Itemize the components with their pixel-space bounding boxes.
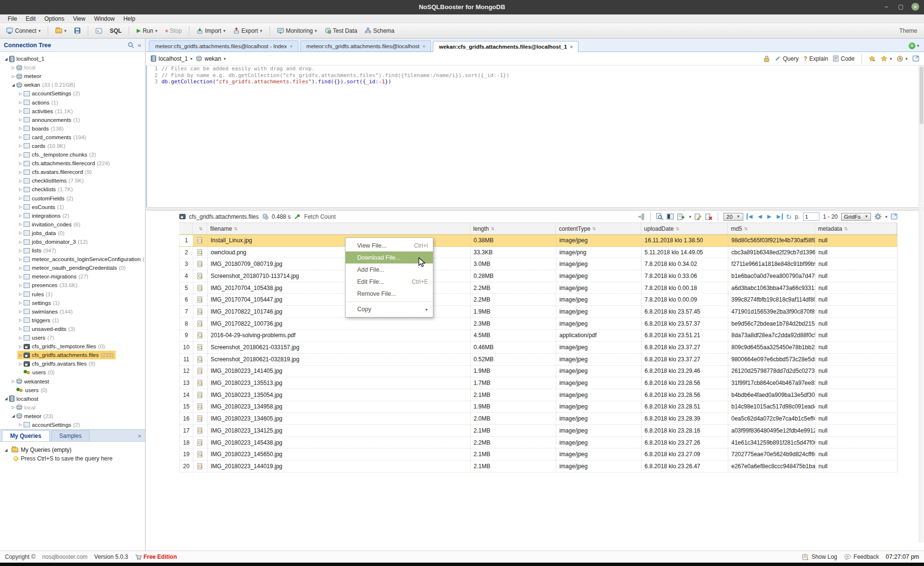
context-menu-item[interactable]: Edit File... Ctrl+E [346, 276, 433, 288]
delete-document-icon[interactable] [705, 213, 712, 220]
sort-icon[interactable]: ⇅ [592, 226, 596, 231]
table-row[interactable]: 8 IMG_20170822_100736.jpg 2.3MB image/jp… [179, 318, 897, 330]
document-tab[interactable]: meteor:cfs_gridfs.attachments.files@loca… [300, 40, 431, 52]
sort-icon[interactable]: ⇅ [199, 226, 203, 231]
menu-item[interactable]: Edit [22, 15, 40, 23]
open-button[interactable]: ▾ [53, 27, 69, 35]
header-uploadDate[interactable]: uploadDate⇅ [641, 223, 728, 234]
preview-cell[interactable] [193, 461, 208, 472]
tree-item[interactable]: ▷ jobs_data (0) [0, 229, 145, 237]
table-row[interactable]: 4 Screenshot_20180710-113714.jpg 0.28MB … [179, 270, 897, 282]
tree-item[interactable]: ▷ rules (1) [0, 290, 145, 299]
tree-item[interactable]: ▷ accountSettings (2) [0, 89, 145, 98]
tree-expander-icon[interactable]: ▷ [17, 318, 24, 322]
preview-cell[interactable] [193, 342, 208, 353]
table-row[interactable]: 12 IMG_20180223_141405.jpg 1.9MB image/j… [179, 366, 897, 378]
tab-my-queries[interactable]: My Queries [2, 430, 50, 441]
new-tab-button[interactable]: + ▾ [909, 42, 919, 49]
header-preview[interactable]: ⇅ [193, 223, 207, 234]
tree-item[interactable]: ▷ meteor-migrations (27) [0, 272, 145, 281]
tree-expander-icon[interactable]: ▷ [17, 118, 24, 122]
close-tab-icon[interactable]: × [422, 43, 425, 49]
tree-item[interactable]: ▷ settings (1) [0, 299, 145, 307]
first-page-button[interactable]: ◀ [747, 213, 753, 220]
tree-item[interactable]: ▷ cards (10.8K) [0, 142, 145, 150]
table-row[interactable]: 18 IMG_20180223_145438.jpg 2.2MB image/j… [179, 437, 897, 449]
tree-expander-icon[interactable]: ▷ [17, 205, 24, 209]
tree-expander-icon[interactable]: ▷ [10, 405, 16, 409]
table-row[interactable]: 19 IMG_20180223_145650.jpg 2.1MB image/j… [179, 448, 897, 461]
table-row[interactable]: 6 IMG_20170704_105447.jpg 2.2MB image/jp… [179, 294, 897, 306]
menu-item[interactable]: View [69, 15, 89, 23]
editor-results-splitter[interactable] [146, 207, 924, 211]
sort-icon[interactable]: ⇅ [744, 226, 748, 231]
tree-item[interactable]: ▷ integrations (2) [0, 211, 145, 220]
header-filename[interactable]: filename⇅ [207, 223, 470, 234]
favorites-button[interactable]: ▾ [881, 55, 892, 62]
breadcrumb-connection[interactable]: localhost_1 ▾ [151, 55, 192, 62]
scrollbar-thumb[interactable] [920, 66, 924, 124]
monitoring-button[interactable]: Monitoring▾ [275, 26, 320, 36]
tree-expander-icon[interactable]: ▷ [17, 153, 24, 157]
code-button[interactable]: Code [833, 55, 855, 62]
tree-expander-icon[interactable]: ▷ [17, 292, 24, 296]
close-icon[interactable]: ✕ [911, 3, 919, 11]
theme-button[interactable]: Theme [899, 27, 920, 34]
table-row[interactable]: 10 Screenshot_20180621-033157.jpg 0.46MB… [179, 342, 897, 354]
tree-expander-icon[interactable]: ▷ [17, 353, 24, 357]
lock-icon[interactable] [763, 55, 770, 62]
find-in-results-icon[interactable] [656, 213, 663, 220]
tree-expander-icon[interactable]: ▷ [17, 213, 24, 218]
tree-expander-icon[interactable]: ▷ [17, 126, 24, 131]
preview-cell[interactable] [193, 270, 208, 282]
tree-item[interactable]: ▷ accountSettings (2) [0, 421, 145, 429]
preview-cell[interactable] [193, 282, 208, 294]
tree-item[interactable]: ▷ meteor_accounts_loginServiceConfigurat… [0, 255, 145, 263]
tree-item[interactable]: users (0) [0, 386, 145, 395]
tree-expander-icon[interactable]: ▷ [17, 135, 24, 139]
menu-item[interactable]: Window [90, 15, 119, 23]
stop-button[interactable]: ■Stop [162, 26, 184, 36]
test-data-button[interactable]: Test Data [322, 26, 360, 36]
table-row[interactable]: 9 2016-04-29-solving-problems.pdf 4.5MB … [179, 330, 897, 342]
export-button[interactable]: Export▾ [231, 26, 265, 36]
tree-item[interactable]: ◢ wekan (33 | 0.21GB) [0, 80, 145, 89]
tree-item[interactable]: ▷ cfs_gridfs.avatars.files (9) [0, 359, 145, 368]
show-log-button[interactable]: Show Log [802, 553, 837, 560]
run-button[interactable]: ▶Run▾ [134, 26, 160, 36]
tree-item[interactable]: ◢ localhost_1 [0, 54, 145, 63]
tree-expander-icon[interactable]: ▷ [17, 100, 24, 105]
tree-expander-icon[interactable]: ▷ [17, 344, 24, 349]
tree-expander-icon[interactable]: ▷ [17, 92, 24, 96]
refresh-icon[interactable]: ↻ [786, 213, 792, 221]
tree-expander-icon[interactable]: ▷ [17, 144, 24, 148]
preview-cell[interactable] [193, 377, 208, 389]
tree-item[interactable]: ▷ meteor [0, 72, 145, 80]
tree-item[interactable]: ▷ jobs_dominator_3 (12) [0, 237, 145, 246]
next-page-button[interactable]: ▶ [766, 213, 772, 220]
prev-page-button[interactable]: ◀ [757, 213, 763, 220]
preview-cell[interactable] [193, 235, 208, 246]
tree-item[interactable]: ▷ cfs._tempstore.chunks (2) [0, 150, 145, 159]
tab-samples[interactable]: Samples [51, 430, 90, 441]
view-mode-select[interactable]: GridFs▼ [841, 213, 871, 221]
tree-expander-icon[interactable]: ▷ [17, 327, 24, 331]
sort-icon[interactable]: ⇅ [234, 226, 238, 231]
table-row[interactable]: 13 IMG_20180223_135513.jpg 1.7MB image/j… [179, 377, 897, 389]
edit-document-icon[interactable] [695, 213, 702, 220]
table-row[interactable]: 2 owncloud.png 33.3KB image/png 5.11.201… [179, 247, 897, 259]
schema-button[interactable]: Schema [362, 26, 397, 36]
tree-item[interactable]: ▷ local [0, 403, 145, 412]
page-input[interactable] [803, 212, 819, 221]
tree-item[interactable]: users (0) [0, 368, 145, 377]
tree-expander-icon[interactable]: ◢ [10, 83, 16, 87]
add-favorite-icon[interactable]: + [869, 55, 876, 62]
site-link[interactable]: nosqlbooster.com [42, 553, 88, 560]
header-length[interactable]: length⇅ [470, 223, 556, 234]
history-button[interactable]: ▾ [897, 55, 908, 62]
tree-item[interactable]: ▷ meteor_oauth_pendingCredentials (0) [0, 263, 145, 272]
tree-expander-icon[interactable]: ▷ [17, 196, 24, 200]
tree-item[interactable]: ▷ lists (947) [0, 246, 145, 255]
query-editor[interactable]: 1 // Files can be added easily with drag… [146, 66, 924, 207]
chevron-down-icon[interactable]: ▾ [885, 214, 887, 219]
